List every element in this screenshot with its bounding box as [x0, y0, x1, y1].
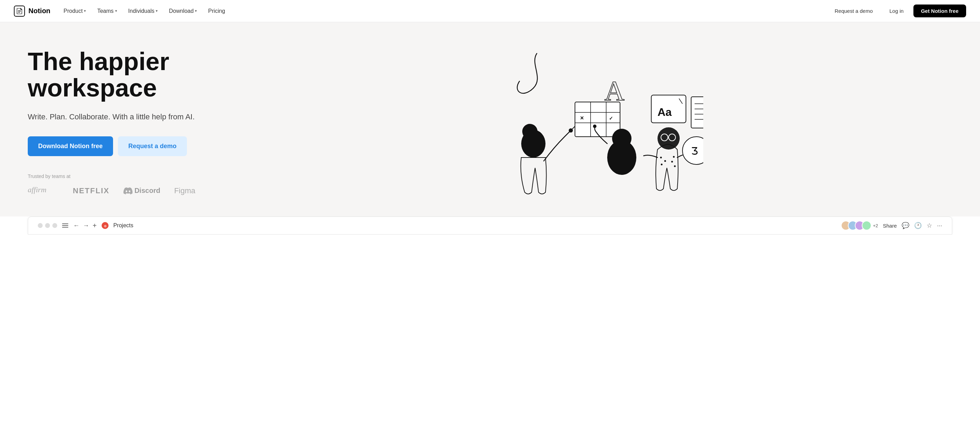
- download-notion-free-button[interactable]: Download Notion free: [28, 136, 113, 156]
- svg-point-28: [671, 161, 673, 163]
- traffic-light-red: [38, 223, 43, 228]
- logo-link[interactable]: Notion: [14, 6, 50, 17]
- traffic-light-yellow: [45, 223, 50, 228]
- preview-bar: ← → + ◎ Projects +2 Share 💬 🕐 ☆ ···: [28, 216, 952, 234]
- svg-text:Ʒ: Ʒ: [691, 145, 698, 157]
- logo-icon: [14, 6, 25, 17]
- nav-link-product[interactable]: Product ▾: [59, 5, 91, 17]
- svg-text:×: ×: [580, 115, 584, 121]
- star-icon[interactable]: ☆: [927, 222, 932, 229]
- nav-link-download[interactable]: Download ▾: [164, 5, 202, 17]
- nav-link-teams[interactable]: Teams ▾: [92, 5, 122, 17]
- hero-subtitle: Write. Plan. Collaborate. With a little …: [28, 111, 218, 123]
- hero-buttons: Download Notion free Request a demo: [28, 136, 218, 156]
- figma-logo: Figma: [174, 186, 195, 195]
- svg-point-24: [660, 157, 662, 159]
- hero-svg: × ✓ A: [468, 43, 703, 203]
- trusted-label: Trusted by teams at: [28, 174, 218, 179]
- add-icon[interactable]: +: [92, 222, 97, 230]
- preview-bar-left: ← → + ◎ Projects: [38, 222, 133, 230]
- traffic-light-green: [52, 223, 57, 228]
- back-arrow-icon[interactable]: ←: [73, 222, 80, 229]
- hero-section: The happier workspace Write. Plan. Colla…: [0, 22, 980, 216]
- navbar: Notion Product ▾ Teams ▾ Individuals ▾ D…: [0, 0, 980, 22]
- svg-point-6: [522, 124, 538, 139]
- hero-illustration: × ✓ A: [218, 43, 952, 203]
- chevron-down-icon: ▾: [156, 9, 158, 13]
- affirm-logo: affirm: [28, 185, 59, 197]
- discord-logo: Discord: [124, 187, 160, 195]
- nav-link-pricing[interactable]: Pricing: [203, 5, 230, 17]
- svg-rect-33: [691, 97, 703, 128]
- svg-point-18: [612, 129, 632, 148]
- trusted-logos: affirm NETFLIX Discord Figma: [28, 185, 218, 197]
- nav-left: Notion Product ▾ Teams ▾ Individuals ▾ D…: [14, 5, 230, 17]
- nav-right: Request a demo Log in Get Notion free: [828, 5, 966, 18]
- svg-point-25: [665, 160, 666, 162]
- breadcrumb-text: Projects: [113, 223, 134, 229]
- svg-point-29: [674, 166, 676, 167]
- hero-title: The happier workspace: [28, 49, 218, 101]
- nav-links: Product ▾ Teams ▾ Individuals ▾ Download…: [59, 5, 230, 17]
- svg-point-27: [673, 156, 675, 158]
- svg-text:A: A: [605, 76, 625, 106]
- comment-icon[interactable]: 💬: [902, 222, 909, 229]
- more-options-icon[interactable]: ···: [937, 222, 942, 229]
- login-button[interactable]: Log in: [883, 5, 911, 18]
- chevron-down-icon: ▾: [115, 9, 117, 13]
- request-demo-hero-button[interactable]: Request a demo: [118, 136, 187, 156]
- svg-text:◎: ◎: [104, 224, 106, 228]
- logo-text: Notion: [29, 7, 50, 15]
- svg-text:Aa: Aa: [657, 106, 672, 118]
- chevron-down-icon: ▾: [195, 9, 197, 13]
- nav-link-individuals[interactable]: Individuals ▾: [124, 5, 163, 17]
- svg-text:affirm: affirm: [28, 185, 46, 194]
- preview-bar-right: +2 Share 💬 🕐 ☆ ···: [841, 221, 942, 230]
- clock-icon[interactable]: 🕐: [914, 222, 922, 229]
- chevron-down-icon: ▾: [84, 9, 86, 13]
- avatar-count: +2: [873, 223, 878, 228]
- trusted-section: Trusted by teams at affirm NETFLIX Disco…: [28, 174, 218, 197]
- nav-arrows: ← → +: [73, 222, 97, 230]
- share-button[interactable]: Share: [883, 223, 897, 229]
- traffic-lights: [38, 223, 57, 228]
- avatar-4: [862, 221, 872, 230]
- svg-point-19: [593, 124, 597, 128]
- breadcrumb-icon: ◎: [102, 222, 108, 229]
- avatar-stack: +2: [841, 221, 878, 230]
- hamburger-icon[interactable]: [62, 223, 68, 228]
- hero-content: The happier workspace Write. Plan. Colla…: [28, 49, 218, 197]
- get-notion-free-button[interactable]: Get Notion free: [913, 5, 966, 18]
- request-demo-button[interactable]: Request a demo: [828, 5, 880, 18]
- forward-arrow-icon[interactable]: →: [83, 222, 89, 229]
- svg-point-26: [661, 164, 663, 166]
- netflix-logo: NETFLIX: [73, 186, 110, 195]
- svg-text:✓: ✓: [609, 116, 613, 121]
